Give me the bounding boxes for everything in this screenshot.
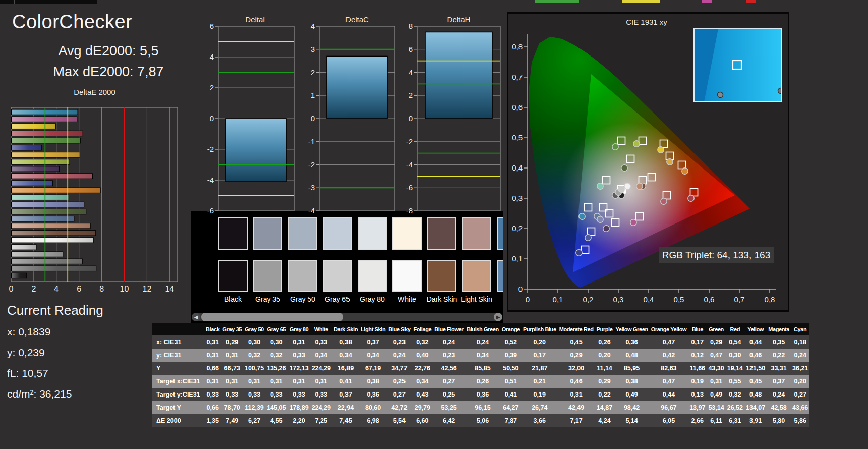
table-cell: 0,49: [707, 388, 725, 401]
table-row--e-2000: ΔE 20001,357,496,274,552,207,257,456,985…: [152, 414, 809, 427]
swatch-label-dark-skin: Dark Skin: [424, 295, 459, 303]
deltae-x-tick: 4: [54, 285, 59, 293]
table-cell: 0,26: [595, 335, 614, 349]
table-col-header-white: White: [310, 323, 332, 335]
deltac-bar: [327, 56, 387, 119]
table-col-header-orange: Orange: [500, 323, 522, 335]
deltah-y-tick: 2: [409, 91, 413, 99]
current-reading-x: x: 0,1839: [7, 326, 50, 338]
table-cell: 0,66: [204, 401, 221, 414]
deltal-y-tick: 6: [210, 22, 214, 30]
deltae-x-tick: 8: [99, 285, 104, 293]
table-cell: 0,34: [332, 349, 359, 362]
table-cell: 0,33: [204, 388, 221, 401]
table-cell: 0,55: [726, 375, 744, 388]
table-cell: 0,17: [522, 349, 558, 362]
table-cell: 0,37: [359, 335, 387, 349]
swatch-target-dark-skin: [427, 260, 456, 292]
table-cell: 0,23: [433, 349, 465, 362]
deltac-y-tick: -1: [308, 137, 315, 146]
deltah-y-tick: -2: [406, 137, 413, 146]
swatch-scrollbar-track[interactable]: ◀ ▶: [192, 313, 502, 321]
table-cell: 5,80: [767, 414, 791, 427]
cie-y-tick: 0,4: [512, 163, 523, 172]
table-cell: 0,32: [243, 349, 265, 362]
table-cell: 0,22: [595, 388, 614, 401]
table-cell: 29,79: [412, 401, 433, 414]
table-row-label: Target x:CIE31: [152, 375, 204, 388]
table-cell: 26,74: [522, 401, 558, 414]
cie-x-tick: 0,4: [644, 295, 654, 304]
deltal-bar-chart: DeltaL6420-2-4-6: [202, 14, 303, 217]
table-cell: 0,21: [522, 375, 558, 388]
table-cell: 0,31: [243, 375, 265, 388]
table-cell: 100,75: [243, 362, 265, 375]
table-cell: 6,31: [726, 414, 744, 427]
swatch-target-partial: [497, 260, 503, 292]
deltah-y-tick: -4: [406, 160, 413, 169]
cie-actual-point-gray-80: [618, 186, 624, 192]
table-col-header-blue-sky: Blue Sky: [387, 323, 412, 335]
table-cell: 0,20: [522, 335, 558, 349]
table-cell: 0,31: [707, 375, 725, 388]
table-cell: 0,52: [500, 335, 522, 349]
swatch-scrollbar-left-button[interactable]: ◀: [192, 313, 200, 321]
table-cell: 7,25: [310, 414, 332, 427]
swatch-scrollbar-right-button[interactable]: ▶: [494, 313, 502, 321]
deltac-y-tick: 2: [311, 68, 315, 77]
table-row-y: Y0,6666,73100,75135,26172,13224,2916,896…: [152, 362, 809, 375]
deltae-bar-blue-flower: [12, 202, 84, 207]
table-cell: 0,42: [650, 349, 688, 362]
deltae-bar-orange: [12, 188, 101, 193]
cie-y-tick: 0: [518, 285, 523, 293]
deltac-y-tick: 0: [311, 114, 315, 123]
table-cell: 0,46: [558, 375, 595, 388]
deltae-bar-red: [12, 131, 83, 136]
deltac-y-tick: -3: [308, 183, 315, 192]
swatch-target-gray-80: [358, 260, 387, 292]
table-cell: 22,76: [412, 362, 433, 375]
table-cell: 32,00: [558, 362, 595, 375]
table-cell: 0,25: [433, 388, 465, 401]
table-cell: 0,48: [744, 388, 767, 401]
table-cell: 36,21: [791, 362, 809, 375]
table-cell: 5,14: [614, 414, 649, 427]
table-cell: 0,33: [287, 388, 310, 401]
table-cell: 0,22: [767, 349, 791, 362]
cie-x-tick: 0,3: [613, 295, 624, 304]
table-cell: 0,47: [650, 375, 688, 388]
table-col-header-yellow: Yellow: [744, 323, 767, 335]
deltac-y-tick: 3: [311, 45, 315, 53]
deltah-y-tick: -8: [406, 206, 413, 215]
cie-actual-point-moderate-red: [661, 198, 667, 204]
cie-actual-point-magenta: [630, 219, 636, 226]
table-cell: 0,31: [221, 375, 243, 388]
table-cell: 0,31: [204, 335, 221, 349]
deltac-y-tick: 1: [311, 91, 315, 99]
table-cell: 7,49: [221, 414, 243, 427]
avg-de2000-stat: Avg dE2000: 5,5: [20, 43, 197, 59]
cie-y-tick: 0,2: [512, 224, 523, 233]
current-reading-title: Current Reading: [7, 303, 103, 318]
table-col-header-black: Black: [204, 323, 221, 335]
table-cell: 66,73: [221, 362, 243, 375]
table-cell: 0,29: [707, 335, 725, 349]
swatch-target-black: [218, 260, 248, 292]
table-cell: 42,49: [558, 401, 595, 414]
max-de2000-stat: Max dE2000: 7,87: [20, 64, 197, 80]
swatch-scrollbar-thumb[interactable]: [201, 313, 343, 321]
deltal-y-tick: 0: [210, 114, 214, 123]
table-cell: 5,86: [791, 414, 809, 427]
table-row-label: Target Y: [152, 401, 204, 414]
table-col-header-orange-yellow: Orange Yellow: [650, 323, 688, 335]
table-row-label: x: CIE31: [152, 335, 204, 349]
cie-actual-point-green: [612, 144, 618, 150]
table-cell: 2,66: [688, 414, 707, 427]
swatch-target-gray-50: [288, 260, 317, 292]
table-cell: 34,77: [387, 362, 412, 375]
table-cell: 42,56: [433, 362, 465, 375]
table-cell: 0,44: [744, 335, 767, 349]
table-cell: 224,29: [310, 362, 332, 375]
cie-chart-title: CIE 1931 xy: [508, 18, 785, 26]
table-cell: 6,42: [433, 414, 465, 427]
